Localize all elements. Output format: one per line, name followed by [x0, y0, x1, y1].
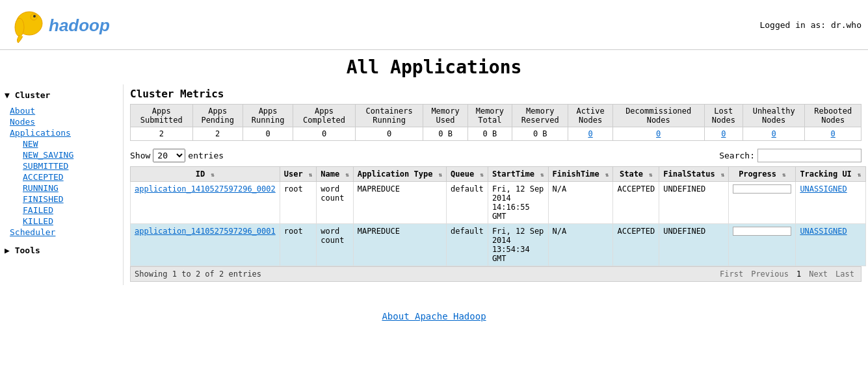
lost-link[interactable]: 0 [721, 129, 726, 138]
metric-header-apps-running: AppsRunning [243, 105, 293, 127]
col-header-user[interactable]: User ⇅ [280, 167, 317, 182]
page-title: All Applications [0, 50, 868, 84]
progress-sort-icon: ⇅ [782, 171, 785, 178]
pagination-page-number[interactable]: 1 [794, 270, 804, 279]
col-header-id[interactable]: ID ⇅ [131, 167, 280, 182]
row1-finalstatus: UNDEFINED [659, 182, 729, 224]
progress-bar-outer [733, 184, 791, 194]
col-header-app-type[interactable]: Application Type ⇅ [353, 167, 446, 182]
svg-point-3 [33, 15, 36, 18]
metric-header-apps-pending: AppsPending [192, 105, 243, 127]
sidebar-item-about[interactable]: About [3, 105, 120, 116]
show-entries-control: Show 10 20 25 50 100 entries [130, 149, 224, 162]
metric-header-memory-total: MemoryTotal [467, 105, 512, 127]
cluster-section[interactable]: ▼ Cluster [3, 88, 120, 103]
row1-tracking-link[interactable]: UNASSIGNED [800, 184, 847, 194]
search-input[interactable] [757, 149, 861, 162]
metric-active-nodes: 0 [568, 127, 612, 141]
finishtime-sort-icon: ⇅ [605, 171, 609, 178]
apptype-sort-icon: ⇅ [439, 171, 442, 178]
pagination-next[interactable]: Next [806, 270, 830, 279]
sidebar-item-new[interactable]: NEW [16, 138, 120, 149]
sidebar-item-applications[interactable]: Applications [3, 127, 120, 138]
row2-state: ACCEPTED [613, 224, 659, 266]
progress-bar-outer [733, 227, 791, 236]
metric-unhealthy-nodes: 0 [743, 127, 805, 141]
sidebar: ▼ Cluster About Nodes Applications NEW N… [0, 84, 124, 285]
row2-tracking-link[interactable]: UNASSIGNED [800, 227, 847, 236]
row2-id: application_1410527597296_0001 [131, 224, 280, 266]
tools-section[interactable]: ▶ Tools [3, 243, 120, 258]
metric-apps-pending: 2 [192, 127, 243, 141]
entries-label: entries [188, 151, 224, 160]
row2-finalstatus: UNDEFINED [659, 224, 729, 266]
col-header-starttime[interactable]: StartTime ⇅ [488, 167, 548, 182]
col-header-queue[interactable]: Queue ⇅ [447, 167, 488, 182]
sidebar-item-killed[interactable]: KILLED [16, 216, 120, 227]
pagination-previous[interactable]: Previous [748, 270, 791, 279]
table-row: application_1410527597296_0001 root word… [131, 224, 866, 266]
row2-id-link[interactable]: application_1410527597296_0001 [135, 227, 276, 236]
search-label: Search: [719, 151, 755, 160]
row2-tracking-ui: UNASSIGNED [796, 224, 865, 266]
row2-queue: default [447, 224, 488, 266]
col-header-progress[interactable]: Progress ⇅ [729, 167, 796, 182]
table-row: application_1410527597296_0002 root word… [131, 182, 866, 224]
search-control: Search: [719, 149, 861, 162]
pagination-row: Showing 1 to 2 of 2 entries First Previo… [130, 266, 861, 282]
row1-finishtime: N/A [548, 182, 613, 224]
row1-starttime: Fri, 12 Sep 2014 14:16:55 GMT [488, 182, 548, 224]
sidebar-item-running[interactable]: RUNNING [16, 182, 120, 194]
metric-header-lost-nodes: LostNodes [704, 105, 743, 127]
content-area: Cluster Metrics AppsSubmitted AppsPendin… [124, 84, 868, 285]
queue-sort-icon: ⇅ [480, 171, 483, 178]
pagination-first[interactable]: First [717, 270, 746, 279]
sidebar-item-finished[interactable]: FINISHED [16, 194, 120, 205]
show-label: Show [130, 151, 150, 160]
id-sort-icon: ⇅ [211, 171, 215, 178]
metric-apps-running: 0 [243, 127, 293, 141]
row2-starttime: Fri, 12 Sep 2014 13:54:34 GMT [488, 224, 548, 266]
unhealthy-link[interactable]: 0 [772, 129, 776, 138]
row2-progress [729, 224, 796, 266]
row1-tracking-ui: UNASSIGNED [796, 182, 865, 224]
pagination-controls: First Previous 1 Next Last [717, 270, 857, 279]
cluster-label: Cluster [15, 90, 51, 100]
sidebar-item-submitted[interactable]: SUBMITTED [16, 160, 120, 171]
metric-rebooted-nodes: 0 [805, 127, 861, 141]
row1-state: ACCEPTED [613, 182, 659, 224]
col-header-finalstatus[interactable]: FinalStatus ⇅ [659, 167, 729, 182]
decommissioned-link[interactable]: 0 [656, 129, 661, 138]
metric-header-apps-submitted: AppsSubmitted [131, 105, 193, 127]
cluster-metrics-table: AppsSubmitted AppsPending AppsRunning Ap… [130, 104, 861, 141]
metric-header-decommissioned-nodes: DecommissionedNodes [612, 105, 704, 127]
sidebar-item-scheduler[interactable]: Scheduler [3, 227, 120, 238]
row1-progress [729, 182, 796, 224]
metric-header-active-nodes: ActiveNodes [568, 105, 612, 127]
tools-triangle: ▶ [5, 245, 10, 255]
col-header-finishtime[interactable]: FinishTime ⇅ [548, 167, 613, 182]
footer: About Apache Hadoop [0, 298, 868, 334]
row1-id-link[interactable]: application_1410527597296_0002 [135, 184, 276, 194]
metric-header-memory-used: MemoryUsed [423, 105, 467, 127]
tools-label: Tools [15, 245, 40, 255]
metric-header-unhealthy-nodes: UnhealthyNodes [743, 105, 805, 127]
row2-user: root [280, 224, 317, 266]
sidebar-item-failed[interactable]: FAILED [16, 205, 120, 216]
sidebar-item-accepted[interactable]: ACCEPTED [16, 171, 120, 182]
row2-name: word count [317, 224, 354, 266]
metric-header-apps-completed: AppsCompleted [293, 105, 356, 127]
active-nodes-link[interactable]: 0 [588, 129, 592, 138]
sidebar-item-nodes[interactable]: Nodes [3, 116, 120, 127]
col-header-state[interactable]: State ⇅ [613, 167, 659, 182]
svg-point-1 [15, 18, 24, 36]
sidebar-item-new-saving[interactable]: NEW_SAVING [16, 149, 120, 160]
entries-select[interactable]: 10 20 25 50 100 [153, 149, 185, 162]
rebooted-link[interactable]: 0 [831, 129, 835, 138]
col-header-tracking-ui[interactable]: Tracking UI ⇅ [796, 167, 865, 182]
pagination-last[interactable]: Last [833, 270, 857, 279]
metric-memory-total: 0 B [467, 127, 512, 141]
applications-table: ID ⇅ User ⇅ Name ⇅ Application Type ⇅ Qu… [130, 166, 866, 266]
col-header-name[interactable]: Name ⇅ [317, 167, 354, 182]
about-hadoop-link[interactable]: About Apache Hadoop [382, 311, 486, 321]
